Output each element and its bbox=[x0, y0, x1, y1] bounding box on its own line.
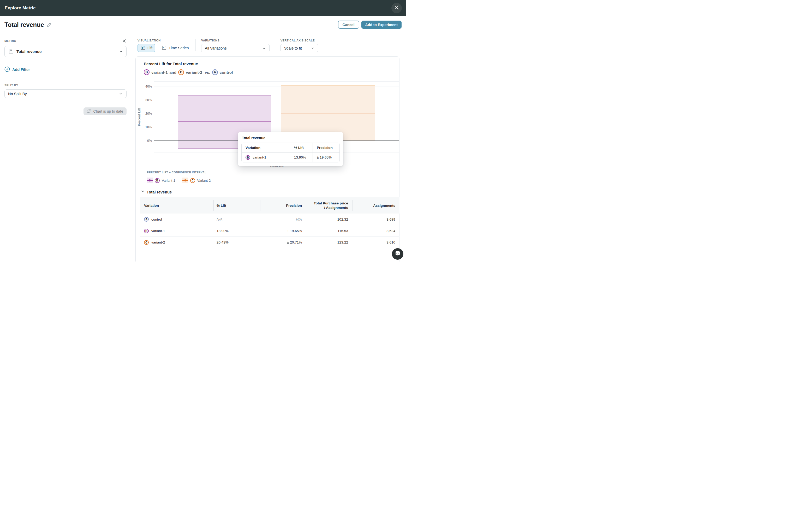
edit-pencil-icon[interactable] bbox=[47, 22, 52, 28]
value-per-assignment: 123.22 bbox=[306, 240, 352, 244]
chevron-down-icon bbox=[311, 47, 314, 50]
variations-select[interactable]: All Variations bbox=[201, 44, 270, 52]
legend-title: PERCENT LIFT + CONFIDENCE INTERVAL bbox=[147, 171, 399, 174]
precision-value: ± 19.65% bbox=[260, 229, 306, 233]
comparison-row: B variant-1 and C variant-2 vs. A contro… bbox=[144, 69, 399, 75]
lift-value: 13.90% bbox=[213, 229, 260, 233]
lift-chart-icon bbox=[140, 45, 145, 51]
legend-item-variant-2: C Variant-2 bbox=[183, 178, 211, 183]
variation-name: variant-1 bbox=[151, 229, 165, 233]
chart-status-label: Chart is up to date bbox=[93, 109, 123, 113]
legend-item-variant-1: B Variant-1 bbox=[147, 178, 175, 183]
join-text: and bbox=[170, 70, 177, 75]
split-by-select[interactable]: No Split By bbox=[4, 89, 126, 98]
variant-b-badge: B bbox=[245, 155, 250, 160]
vs-text: vs. bbox=[205, 70, 210, 75]
variation-name: variant-2 bbox=[151, 240, 165, 244]
sync-icon bbox=[87, 109, 91, 114]
variant-b-badge: B bbox=[155, 178, 160, 183]
control-name: control bbox=[220, 70, 233, 75]
tooltip-table: Variation % Lift Precision B variant-1 1… bbox=[241, 143, 340, 162]
section-title: Total revenue bbox=[146, 190, 172, 194]
y-tick-40: 40% bbox=[141, 85, 152, 89]
col-value-per-assignment: Total Purchase price/ Assignments bbox=[306, 197, 352, 214]
assignments-value: 3,624 bbox=[352, 229, 399, 233]
y-tick-0: 0% bbox=[141, 139, 152, 143]
cancel-button[interactable]: Cancel bbox=[338, 21, 359, 29]
variant-b-badge: B bbox=[144, 229, 149, 233]
lift-value: 20.43% bbox=[213, 240, 260, 244]
close-icon bbox=[394, 5, 399, 11]
chart-controls: VISUALIZATION Lift bbox=[131, 33, 406, 52]
metric-section-header[interactable]: Total revenue bbox=[141, 190, 399, 194]
col-lift: % Lift bbox=[213, 197, 260, 214]
time-series-icon bbox=[161, 45, 167, 51]
variant-c-badge: C bbox=[190, 178, 195, 183]
tooltip-precision-value: ± 19.65% bbox=[313, 152, 340, 162]
chart-content-area: VISUALIZATION Lift bbox=[131, 33, 406, 262]
axis-scale-label: VERTICAL AXIS SCALE bbox=[280, 39, 318, 42]
variations-label: VARIATIONS bbox=[201, 39, 270, 42]
modal-header: Explore Metric bbox=[0, 0, 406, 16]
axis-scale-select[interactable]: Scale to fit bbox=[280, 44, 318, 52]
add-to-experiment-button[interactable]: Add to Experiment bbox=[361, 21, 401, 29]
variant-2-lift-line bbox=[281, 113, 375, 114]
value-per-assignment: 102.32 bbox=[306, 217, 352, 221]
col-variation: Variation bbox=[140, 197, 213, 214]
metric-label: METRIC bbox=[4, 39, 16, 42]
metric-title: Total revenue bbox=[4, 21, 44, 29]
col-precision: Precision bbox=[260, 197, 306, 214]
variant-c-badge: C bbox=[144, 240, 149, 245]
variant-b-badge: B bbox=[144, 69, 150, 75]
metric-select-value: Total revenue bbox=[16, 49, 41, 54]
chevron-down-icon bbox=[119, 50, 123, 53]
split-by-label: SPLIT BY bbox=[4, 84, 126, 87]
value-per-assignment: 116.53 bbox=[306, 229, 352, 233]
tooltip-col-variation: Variation bbox=[242, 143, 290, 152]
chart-title: Percent Lift for Total revenue bbox=[144, 61, 399, 66]
y-tick-10: 10% bbox=[141, 125, 152, 129]
variant-1-lift-line bbox=[178, 122, 271, 122]
variant-c-name: variant-2 bbox=[186, 70, 202, 75]
assignments-value: 3,689 bbox=[352, 217, 399, 221]
chart-tooltip: Total revenue Variation % Lift Precision… bbox=[238, 132, 343, 166]
ci-band-icon bbox=[183, 178, 188, 183]
tab-time-series-label: Time Series bbox=[169, 46, 189, 50]
chat-bubble-icon bbox=[395, 251, 400, 257]
tooltip-variant-name: variant-1 bbox=[253, 156, 266, 159]
legend-label: Variant-1 bbox=[162, 179, 175, 182]
variant-c-badge: C bbox=[178, 69, 184, 75]
y-axis-label: Percent Lift bbox=[138, 108, 141, 126]
col-assignments: Assignments bbox=[352, 197, 399, 214]
results-table: Variation % Lift Precision Total Purchas… bbox=[140, 197, 399, 248]
panel-close-icon[interactable] bbox=[122, 39, 126, 43]
tooltip-col-precision: Precision bbox=[313, 143, 340, 152]
y-tick-30: 30% bbox=[141, 98, 152, 102]
tab-lift-label: Lift bbox=[148, 46, 152, 50]
legend: B Variant-1 C Variant-2 bbox=[147, 178, 399, 183]
chevron-down-icon bbox=[141, 190, 144, 194]
chevron-down-icon bbox=[119, 92, 123, 96]
close-button[interactable] bbox=[392, 3, 402, 13]
metric-chart-gear-icon bbox=[8, 48, 14, 55]
add-filter-button[interactable]: Add Filter bbox=[4, 67, 126, 73]
tab-time-series[interactable]: Time Series bbox=[159, 44, 191, 52]
control-badge: A bbox=[144, 217, 149, 222]
assignments-value: 3,610 bbox=[352, 240, 399, 244]
add-filter-label: Add Filter bbox=[12, 68, 30, 72]
chart-status-button[interactable]: Chart is up to date bbox=[84, 107, 126, 115]
table-row-control: A control N/A N/A 102.32 3,689 bbox=[140, 214, 399, 225]
tooltip-title: Total revenue bbox=[242, 136, 340, 140]
tab-lift[interactable]: Lift bbox=[138, 44, 155, 52]
visualization-label: VISUALIZATION bbox=[138, 39, 195, 42]
legend-label: Variant-2 bbox=[197, 179, 211, 182]
lift-chart-card: Percent Lift for Total revenue B variant… bbox=[135, 56, 399, 262]
modal-title: Explore Metric bbox=[5, 5, 36, 11]
metric-select[interactable]: Total revenue bbox=[4, 46, 126, 57]
variations-value: All Variations bbox=[205, 46, 227, 50]
tooltip-lift-value: 13.90% bbox=[290, 152, 313, 162]
variant-b-name: variant-1 bbox=[151, 70, 168, 75]
page-header: Total revenue Cancel Add to Experiment bbox=[0, 16, 406, 33]
chat-launcher-button[interactable] bbox=[392, 248, 403, 260]
axis-scale-value: Scale to fit bbox=[284, 46, 302, 50]
